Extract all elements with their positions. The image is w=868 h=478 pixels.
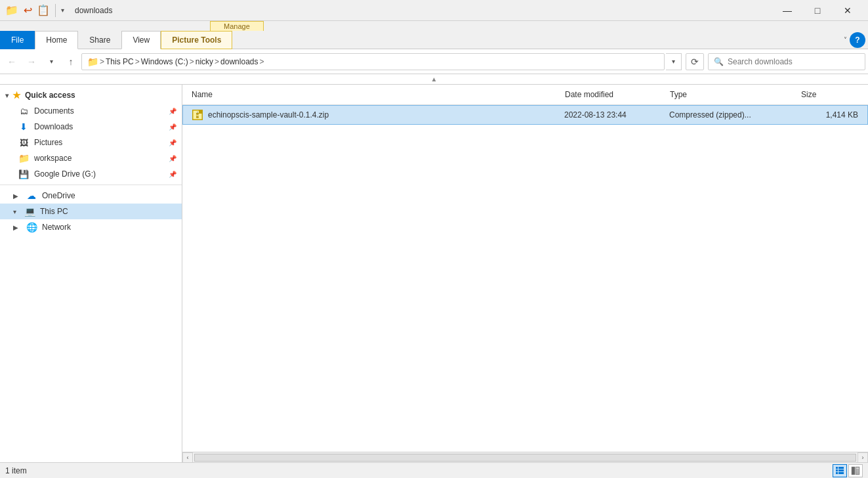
forward-button[interactable]: → — [22, 53, 41, 71]
workspace-icon: 📁 — [18, 153, 29, 163]
path-windows-c[interactable]: Windows (C:) — [141, 57, 188, 66]
folder-icon-2: 📋 — [37, 4, 50, 17]
tab-view[interactable]: View — [121, 31, 161, 49]
ribbon-collapse-arrow[interactable]: ▲ — [0, 74, 868, 85]
file-size-cell: 1,414 KB — [796, 108, 862, 122]
ribbon-expand-icon[interactable]: ˅ — [844, 36, 847, 43]
svg-rect-10 — [838, 467, 844, 469]
main-layout: ▾ ★ Quick access 🗂 Documents 📌 ⬇ Downloa… — [0, 85, 868, 462]
address-dropdown[interactable]: ▾ — [666, 53, 682, 70]
file-date: 2022-08-13 23:44 — [564, 110, 627, 120]
close-button[interactable]: ✕ — [833, 0, 863, 21]
address-bar: ← → ▾ ↑ 📁 > This PC > Windows (C:) > nic… — [0, 49, 868, 74]
recent-locations-button[interactable]: ▾ — [42, 53, 60, 71]
chevron-right-icon-network: ▶ — [13, 224, 18, 231]
path-folder-icon: 📁 — [87, 56, 98, 67]
this-pc-icon: 💻 — [24, 206, 35, 217]
sidebar-item-onedrive[interactable]: ▶ ☁ OneDrive — [0, 188, 182, 204]
svg-rect-20 — [856, 473, 859, 473]
col-date-modified[interactable]: Date modified — [561, 87, 666, 102]
svg-rect-17 — [856, 467, 859, 469]
path-this-pc[interactable]: This PC — [106, 57, 134, 66]
search-input[interactable] — [728, 57, 859, 66]
search-box[interactable]: 🔍 — [708, 53, 865, 70]
help-button[interactable]: ? — [850, 32, 865, 48]
col-size[interactable]: Size — [797, 87, 863, 102]
sidebar: ▾ ★ Quick access 🗂 Documents 📌 ⬇ Downloa… — [0, 85, 182, 462]
svg-rect-7 — [196, 115, 199, 116]
content-area: Name Date modified Type Size — [182, 85, 868, 462]
preview-pane-button[interactable] — [848, 464, 863, 477]
sidebar-item-pictures[interactable]: 🖼 Pictures 📌 — [0, 135, 182, 150]
details-view-button[interactable] — [833, 464, 847, 477]
tab-share[interactable]: Share — [78, 31, 121, 49]
quick-access-header[interactable]: ▾ ★ Quick access — [0, 87, 182, 103]
ribbon-tabs-row: File Home Share View Picture Tools ˅ ? — [0, 31, 868, 49]
ribbon-manage-container: Manage File Home Share View Picture Tool… — [0, 21, 868, 49]
svg-rect-9 — [836, 467, 838, 469]
quick-access-label: Quick access — [25, 91, 75, 100]
sidebar-item-network[interactable]: ▶ 🌐 Network — [0, 219, 182, 235]
maximize-button[interactable]: □ — [802, 0, 833, 21]
path-sep-1: > — [100, 57, 104, 66]
col-type[interactable]: Type — [666, 87, 797, 102]
search-icon: 🔍 — [714, 57, 724, 66]
zip-file-icon — [192, 110, 203, 120]
tab-file[interactable]: File — [0, 31, 35, 49]
svg-rect-6 — [196, 113, 199, 114]
pin-icon-5: 📌 — [169, 171, 176, 178]
scroll-right-button[interactable]: › — [858, 452, 868, 463]
network-label: Network — [42, 223, 176, 232]
path-sep-2: > — [135, 57, 140, 66]
file-name: echinopscis-sample-vault-0.1.4.zip — [208, 110, 329, 120]
chevron-down-icon: ▾ — [5, 92, 9, 99]
workspace-label: workspace — [34, 154, 163, 163]
chevron-down-icon-this-pc: ▾ — [13, 208, 16, 215]
window-controls: — □ ✕ — [772, 0, 863, 21]
title-bar-quick-access: 📁 ↩ 📋 ▾ — [5, 4, 64, 17]
sidebar-item-this-pc[interactable]: ▾ 💻 This PC — [0, 204, 182, 219]
sidebar-item-documents[interactable]: 🗂 Documents 📌 — [0, 103, 182, 119]
manage-group-label: Manage — [210, 21, 264, 31]
svg-rect-8 — [196, 117, 199, 118]
path-downloads[interactable]: downloads — [220, 57, 258, 66]
path-nicky[interactable]: nicky — [196, 57, 213, 66]
quick-access-section: ▾ ★ Quick access 🗂 Documents 📌 ⬇ Downloa… — [0, 87, 182, 182]
network-icon: 🌐 — [26, 222, 37, 232]
svg-rect-14 — [838, 472, 844, 474]
minimize-button[interactable]: — — [772, 0, 802, 21]
address-path[interactable]: 📁 > This PC > Windows (C:) > nicky > dow… — [81, 53, 665, 70]
sidebar-item-workspace[interactable]: 📁 workspace 📌 — [0, 150, 182, 166]
up-button[interactable]: ↑ — [62, 53, 80, 71]
col-name[interactable]: Name — [188, 87, 561, 102]
google-drive-icon: 💾 — [18, 169, 29, 179]
tab-home[interactable]: Home — [35, 31, 78, 49]
sidebar-item-google-drive[interactable]: 💾 Google Drive (G:) 📌 — [0, 166, 182, 182]
sidebar-item-downloads[interactable]: ⬇ Downloads 📌 — [0, 119, 182, 135]
file-type: Compressed (zipped)... — [669, 110, 751, 120]
quick-access-dropdown[interactable]: ▾ — [61, 7, 64, 14]
svg-rect-19 — [856, 471, 859, 472]
file-size: 1,414 KB — [826, 110, 858, 120]
horizontal-scrollbar[interactable]: ‹ › — [182, 452, 868, 462]
onedrive-label: OneDrive — [42, 191, 176, 200]
svg-rect-12 — [838, 469, 844, 471]
path-sep-3: > — [190, 57, 194, 66]
zip-icon — [192, 110, 203, 120]
path-sep-4: > — [215, 57, 219, 66]
ribbon-help: ˅ ? — [844, 31, 868, 49]
pin-icon: 📌 — [169, 108, 176, 115]
file-list: echinopscis-sample-vault-0.1.4.zip 2022-… — [182, 105, 868, 452]
separator-1 — [0, 185, 182, 185]
undo-icon: ↩ — [21, 4, 34, 17]
table-row[interactable]: echinopscis-sample-vault-0.1.4.zip 2022-… — [182, 105, 868, 125]
scroll-track[interactable] — [194, 454, 856, 462]
scroll-left-button[interactable]: ‹ — [182, 452, 193, 463]
tab-picture-tools[interactable]: Picture Tools — [161, 31, 232, 49]
svg-rect-15 — [852, 467, 855, 475]
refresh-button[interactable]: ⟳ — [686, 53, 704, 70]
back-button[interactable]: ← — [3, 53, 21, 71]
column-headers: Name Date modified Type Size — [182, 85, 868, 105]
folder-icon: 🗂 — [18, 106, 29, 116]
svg-rect-18 — [856, 470, 859, 471]
